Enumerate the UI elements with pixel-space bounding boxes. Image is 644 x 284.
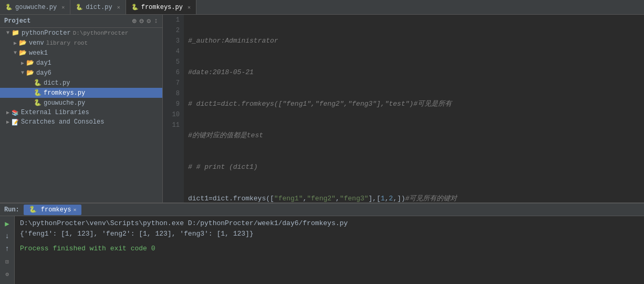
run-result-line: {'feng1': [1, 123], 'feng2': [1, 123], '…	[20, 229, 639, 239]
sidebar-item-pythonProcter[interactable]: 📁 pythonProcter D:\pythonProcter	[0, 28, 162, 38]
py-file-icon-fromkeys: 🐍	[34, 89, 41, 97]
label-day6: day6	[36, 69, 51, 77]
run-wrap-button[interactable]: ⊡	[2, 256, 13, 267]
run-tab-icon: 🐍	[29, 206, 37, 214]
arrow-pythonProcter	[4, 30, 12, 36]
sidebar-header-icons: ⊕ ⊖ ⚙ ↕	[132, 17, 158, 25]
gear-icon[interactable]: ⚙	[147, 17, 151, 25]
run-tab-close[interactable]: ✕	[73, 207, 76, 213]
sidebar-item-day1[interactable]: 📂 day1	[0, 58, 162, 68]
arrow-day6	[19, 70, 26, 76]
folder-icon-root: 📁	[12, 29, 19, 37]
tab-bar: 🐍 gouwuche.py ✕ 🐍 dict.py ✕ 🐍 fromkeys.p…	[0, 0, 644, 15]
label-day1: day1	[36, 59, 51, 67]
run-tab-label: fromkeys	[41, 206, 71, 214]
tab-gouwuche[interactable]: 🐍 gouwuche.py ✕	[0, 0, 70, 14]
run-cmd-line: D:\pythonProcter\venv\Scripts\python.exe…	[20, 218, 639, 229]
lib-icon: 📚	[12, 109, 19, 116]
arrow-week1	[12, 50, 19, 56]
scratches-icon: 📝	[12, 119, 19, 126]
arrow-scratches	[4, 119, 12, 125]
folder-icon-venv: 📂	[19, 39, 27, 47]
run-sidebar: ▶ ↓ ↑ ⊡ ⚙	[0, 216, 15, 284]
run-up-button[interactable]: ↑	[2, 244, 13, 254]
py-file-icon-dict: 🐍	[34, 79, 41, 87]
py-icon-3: 🐍	[131, 4, 139, 11]
run-content: ▶ ↓ ↑ ⊡ ⚙ D:\pythonProcter\venv\Scripts\…	[0, 216, 644, 284]
label-week1: week1	[29, 49, 48, 57]
line-numbers: 12345 67891011	[163, 15, 184, 202]
py-file-icon-gouwuche: 🐍	[34, 99, 41, 107]
code-line-1: #_author:Administrator	[188, 36, 640, 46]
main-area: Project ⊕ ⊖ ⚙ ↕ 📁 pythonProcter D:\pytho…	[0, 15, 644, 202]
folder-icon-week1: 📂	[19, 49, 27, 57]
py-icon: 🐍	[5, 4, 13, 11]
tab-dict-label: dict.py	[86, 4, 112, 11]
run-tab-fromkeys[interactable]: 🐍 fromkeys ✕	[24, 205, 82, 215]
arrow-venv	[12, 40, 19, 46]
label-gouwuche-py: gouwuche.py	[44, 99, 85, 107]
run-tab-bar: Run: 🐍 fromkeys ✕	[0, 204, 644, 216]
arrow-ext-libs	[4, 109, 12, 116]
sidebar-item-gouwuche-py[interactable]: 🐍 gouwuche.py	[0, 98, 162, 108]
sidebar-item-venv[interactable]: 📂 venv library root	[0, 38, 162, 48]
sidebar-title: Project	[4, 17, 30, 25]
label-pythonProcter: pythonProcter	[22, 29, 71, 37]
tab-fromkeys[interactable]: 🐍 fromkeys.py ✕	[126, 0, 196, 14]
label-dict-py: dict.py	[44, 79, 70, 87]
code-content[interactable]: #_author:Administrator #date:2018-05-21 …	[184, 15, 644, 202]
sublabel-pythonProcter: D:\pythonProcter	[73, 30, 129, 36]
tab-fromkeys-label: fromkeys.py	[141, 4, 183, 11]
code-line-2: #date:2018-05-21	[188, 67, 640, 78]
run-output: D:\pythonProcter\venv\Scripts\python.exe…	[15, 216, 644, 284]
tab-dict[interactable]: 🐍 dict.py ✕	[70, 0, 126, 14]
sidebar-item-day6[interactable]: 📂 day6	[0, 68, 162, 78]
add-icon[interactable]: ⊕	[132, 17, 137, 25]
label-scratches: Scratches and Consoles	[21, 118, 104, 126]
label-venv: venv	[29, 39, 44, 47]
run-label: Run:	[2, 206, 22, 214]
tab-dict-close[interactable]: ✕	[117, 4, 120, 11]
code-line-6: dict1=dict.fromkeys(["feng1","feng2","fe…	[188, 194, 640, 202]
layout-icon[interactable]: ↕	[154, 17, 158, 25]
tab-fromkeys-close[interactable]: ✕	[188, 4, 191, 11]
sublabel-venv: library root	[46, 40, 88, 46]
tab-gouwuche-label: gouwuche.py	[15, 4, 57, 11]
run-down-button[interactable]: ↓	[2, 231, 13, 241]
code-line-3: # dict1=dict.fromkeys(["feng1","feng2","…	[188, 99, 640, 109]
code-line-4: #的键对应的值都是test	[188, 130, 640, 141]
run-settings-button[interactable]: ⚙	[2, 269, 13, 279]
folder-icon-day1: 📂	[26, 59, 34, 67]
sidebar-header: Project ⊕ ⊖ ⚙ ↕	[0, 15, 162, 28]
run-play-button[interactable]: ▶	[2, 218, 13, 229]
arrow-day1	[19, 60, 26, 66]
bottom-panel: Run: 🐍 fromkeys ✕ ▶ ↓ ↑ ⊡ ⚙ D:\pythonPro…	[0, 202, 644, 284]
editor[interactable]: 12345 67891011 #_author:Administrator #d…	[163, 15, 644, 202]
sidebar-item-fromkeys-py[interactable]: 🐍 fromkeys.py	[0, 88, 162, 98]
label-fromkeys-py: fromkeys.py	[44, 89, 85, 97]
sidebar-item-external-libs[interactable]: 📚 External Libraries	[0, 108, 162, 117]
sidebar-item-dict-py[interactable]: 🐍 dict.py	[0, 78, 162, 88]
code-line-5: # # print (dict1)	[188, 162, 640, 173]
sidebar-item-scratches[interactable]: 📝 Scratches and Consoles	[0, 117, 162, 127]
label-ext-libs: External Libraries	[21, 109, 89, 116]
code-area: 12345 67891011 #_author:Administrator #d…	[163, 15, 644, 202]
tab-gouwuche-close[interactable]: ✕	[61, 4, 65, 11]
run-exit-msg: Process finished with exit code 0	[20, 244, 639, 254]
sidebar-item-week1[interactable]: 📂 week1	[0, 48, 162, 58]
sidebar: Project ⊕ ⊖ ⚙ ↕ 📁 pythonProcter D:\pytho…	[0, 15, 163, 202]
folder-icon-day6: 📂	[26, 69, 34, 77]
py-icon-2: 🐍	[76, 4, 83, 11]
sync-icon[interactable]: ⊖	[140, 17, 144, 25]
